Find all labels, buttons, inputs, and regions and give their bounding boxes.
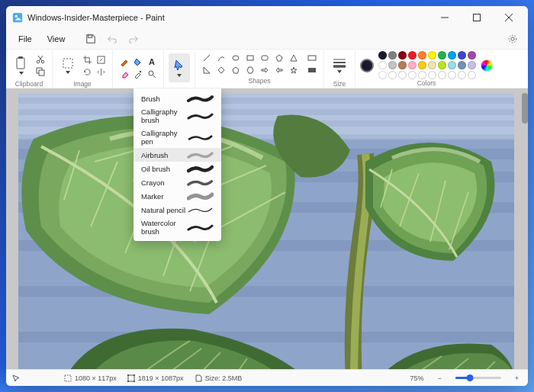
brush-item-watercolor-brush[interactable]: Watercolor brush	[134, 217, 221, 238]
shape-righttriangle[interactable]	[200, 64, 214, 76]
close-button[interactable]	[493, 6, 525, 29]
undo-button[interactable]	[103, 30, 121, 48]
paint-app-icon	[12, 12, 23, 23]
color-swatch[interactable]	[458, 61, 466, 69]
brushes-button[interactable]	[169, 53, 190, 82]
shape-pentagon[interactable]	[229, 64, 243, 76]
shape-line[interactable]	[200, 52, 214, 64]
color-swatch[interactable]	[458, 51, 466, 59]
svg-rect-37	[127, 381, 129, 382]
menu-view[interactable]: View	[41, 33, 72, 45]
color-swatch[interactable]	[428, 51, 436, 59]
shape-curve[interactable]	[214, 52, 228, 64]
brush-stroke-preview	[187, 178, 214, 187]
color-swatch[interactable]	[418, 61, 426, 69]
brush-stroke-preview	[187, 164, 214, 173]
paste-button[interactable]	[11, 51, 32, 80]
color-swatch[interactable]	[438, 51, 446, 59]
maximize-button[interactable]	[461, 6, 493, 29]
text-tool[interactable]: A	[145, 56, 159, 68]
size-button[interactable]	[329, 51, 350, 80]
save-button[interactable]	[82, 30, 100, 48]
minimize-button[interactable]	[429, 6, 461, 29]
vertical-scrollbar[interactable]	[522, 93, 528, 124]
titlebar: Windows-Insider-Masterpiece - Paint	[6, 6, 528, 29]
shape-fill-button[interactable]	[305, 64, 319, 76]
color-swatch[interactable]	[418, 51, 426, 59]
pencil-tool[interactable]	[117, 56, 131, 68]
color-swatch[interactable]	[468, 61, 476, 69]
copy-button[interactable]	[34, 66, 47, 78]
color-swatch[interactable]	[378, 71, 387, 79]
ribbon-group-clipboard: Clipboard	[6, 50, 53, 88]
svg-rect-6	[88, 35, 92, 38]
color-swatch-empty[interactable]	[388, 71, 397, 79]
eraser-tool[interactable]	[117, 68, 131, 80]
brush-item-marker[interactable]: Marker	[134, 189, 221, 203]
shape-roundrect[interactable]	[258, 52, 272, 64]
color-swatch-empty[interactable]	[468, 71, 476, 79]
brush-item-label: Airbrush	[141, 151, 168, 159]
color-swatch[interactable]	[378, 51, 387, 59]
settings-button[interactable]	[503, 30, 522, 48]
edit-colors-button[interactable]	[481, 59, 493, 72]
color-swatch-empty[interactable]	[398, 71, 407, 79]
brush-item-calligraphy-brush[interactable]: Calligraphy brush	[134, 105, 221, 127]
zoom-tool[interactable]	[145, 68, 159, 80]
color-swatch[interactable]	[408, 51, 417, 59]
shape-diamond[interactable]	[214, 64, 228, 76]
flip-button[interactable]	[94, 66, 108, 78]
menu-file[interactable]: File	[12, 33, 38, 45]
zoom-slider[interactable]	[455, 377, 501, 379]
color-swatch[interactable]	[378, 61, 387, 69]
brush-item-natural-pencil[interactable]: Natural pencil	[134, 203, 221, 217]
brush-item-brush[interactable]: Brush	[134, 92, 221, 105]
color-swatch[interactable]	[428, 61, 436, 69]
select-button[interactable]	[57, 51, 79, 80]
color-swatch[interactable]	[408, 61, 417, 69]
resize-button[interactable]	[94, 53, 108, 66]
color-swatch-empty[interactable]	[448, 71, 456, 79]
shape-outline-button[interactable]	[305, 52, 319, 64]
color-swatch-empty[interactable]	[418, 71, 426, 79]
shape-rect[interactable]	[243, 52, 257, 64]
zoom-in-button[interactable]: +	[512, 374, 522, 382]
zoom-percent: 75%	[410, 374, 423, 382]
color-swatch[interactable]	[448, 51, 456, 59]
svg-point-1	[15, 15, 18, 18]
color-swatch-empty[interactable]	[428, 71, 436, 79]
rotate-button[interactable]	[80, 66, 94, 78]
color-swatch[interactable]	[398, 61, 407, 69]
color-swatch[interactable]	[398, 51, 407, 59]
picker-tool[interactable]	[131, 68, 145, 80]
color-swatch[interactable]	[388, 51, 397, 59]
svg-rect-3	[474, 14, 481, 21]
color-swatch[interactable]	[388, 61, 397, 69]
redo-button[interactable]	[124, 30, 143, 48]
color-swatch-empty[interactable]	[408, 71, 417, 79]
brush-item-oil-brush[interactable]: Oil brush	[134, 162, 221, 175]
color1-button[interactable]	[360, 59, 374, 72]
shape-star[interactable]	[287, 64, 301, 76]
svg-rect-16	[39, 70, 44, 76]
brush-item-airbrush[interactable]: Airbrush	[134, 148, 221, 162]
shape-arrow-right[interactable]	[258, 64, 272, 76]
canvas[interactable]	[18, 93, 514, 369]
svg-point-7	[511, 37, 514, 40]
shape-polygon[interactable]	[272, 52, 286, 64]
shape-arrow-left[interactable]	[272, 64, 286, 76]
color-swatch[interactable]	[468, 51, 476, 59]
shape-triangle[interactable]	[287, 52, 301, 64]
color-swatch[interactable]	[438, 61, 446, 69]
shape-hexagon[interactable]	[243, 64, 257, 76]
color-swatch-empty[interactable]	[458, 71, 466, 79]
crop-button[interactable]	[80, 53, 94, 66]
fill-tool[interactable]	[131, 56, 145, 68]
color-swatch-empty[interactable]	[438, 71, 446, 79]
brush-item-calligraphy-pen[interactable]: Calligraphy pen	[134, 127, 221, 148]
shape-oval[interactable]	[229, 52, 243, 64]
brush-item-crayon[interactable]: Crayon	[134, 175, 221, 189]
color-swatch[interactable]	[448, 61, 456, 69]
cut-button[interactable]	[34, 53, 47, 66]
zoom-out-button[interactable]: −	[434, 374, 444, 382]
